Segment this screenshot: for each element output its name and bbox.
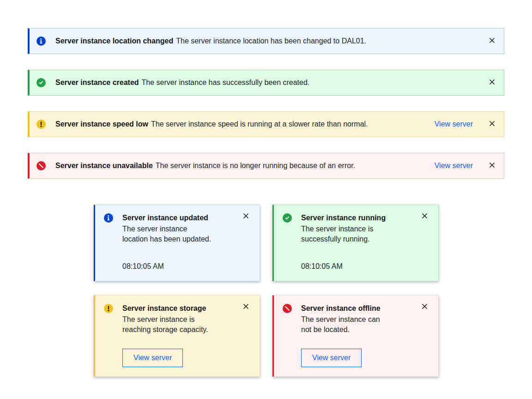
close-button[interactable] (420, 212, 429, 221)
info-icon (104, 213, 113, 223)
close-button[interactable] (487, 120, 496, 129)
close-icon (489, 79, 496, 87)
warning-icon (36, 120, 46, 129)
warning-icon (104, 304, 113, 313)
toast-message: The server instance is reaching storage … (122, 314, 238, 335)
inline-notification-error: Server instance unavailable The server i… (28, 153, 504, 179)
notification-message: The server instance is no longer running… (156, 162, 355, 170)
close-icon (242, 212, 249, 221)
toast-title: Server instance storage (122, 303, 206, 314)
close-button[interactable] (420, 302, 429, 312)
toast-notification-info: Server instance updated The server insta… (94, 205, 260, 281)
toast-message: The server instance is successfully runn… (301, 224, 417, 244)
notification-title: Server instance location changed (55, 37, 173, 45)
notification-message: The server instance speed is running at … (151, 120, 368, 128)
toast-title: Server instance offline (301, 303, 381, 314)
toast-title: Server instance updated (122, 213, 208, 223)
toast-timestamp: 08:10:05 AM (301, 261, 431, 272)
toast-header: Server instance updated (104, 213, 252, 223)
toast-message: The server instance can not be located. (301, 314, 417, 335)
toast-notification-success: Server instance running The server insta… (272, 205, 439, 281)
close-icon (489, 120, 496, 128)
checkmark-icon (283, 213, 292, 223)
toast-message: The server instance location has been up… (122, 224, 238, 244)
toast-title: Server instance running (301, 213, 386, 223)
view-server-link[interactable]: View server (435, 162, 473, 170)
notification-message: The server instance has successfully bee… (142, 79, 310, 87)
toast-header: Server instance storage (104, 303, 252, 314)
close-icon (242, 303, 249, 311)
inline-notification-info: Server instance location changed The ser… (28, 28, 504, 54)
close-button[interactable] (241, 302, 250, 312)
inline-notification-warning: Server instance speed low The server ins… (28, 111, 504, 137)
close-icon (489, 162, 496, 170)
toast-notification-grid: Server instance updated The server insta… (94, 205, 439, 377)
inline-notification-list: Server instance location changed The ser… (0, 0, 532, 179)
close-icon (421, 212, 428, 221)
error-icon (36, 161, 46, 170)
view-server-button[interactable]: View server (301, 349, 362, 367)
toast-header: Server instance offline (283, 303, 431, 314)
close-icon (421, 303, 428, 311)
view-server-button[interactable]: View server (122, 349, 183, 367)
info-icon (36, 36, 46, 46)
notifications-page: Server instance location changed The ser… (0, 0, 532, 399)
toast-header: Server instance running (283, 213, 431, 223)
notification-message: The server instance location has been ch… (176, 37, 366, 45)
view-server-link[interactable]: View server (435, 120, 473, 128)
close-button[interactable] (487, 78, 496, 87)
error-icon (283, 304, 292, 313)
notification-title: Server instance created (55, 79, 139, 87)
close-icon (489, 37, 496, 45)
toast-notification-error: Server instance offline The server insta… (272, 295, 439, 377)
inline-notification-success: Server instance created The server insta… (28, 70, 504, 96)
close-button[interactable] (487, 36, 496, 46)
notification-title: Server instance unavailable (55, 162, 153, 170)
toast-notification-warning: Server instance storage The server insta… (94, 295, 260, 377)
close-button[interactable] (241, 212, 250, 221)
notification-title: Server instance speed low (55, 120, 148, 128)
toast-timestamp: 08:10:05 AM (122, 261, 252, 272)
checkmark-icon (36, 78, 46, 87)
close-button[interactable] (487, 161, 496, 170)
